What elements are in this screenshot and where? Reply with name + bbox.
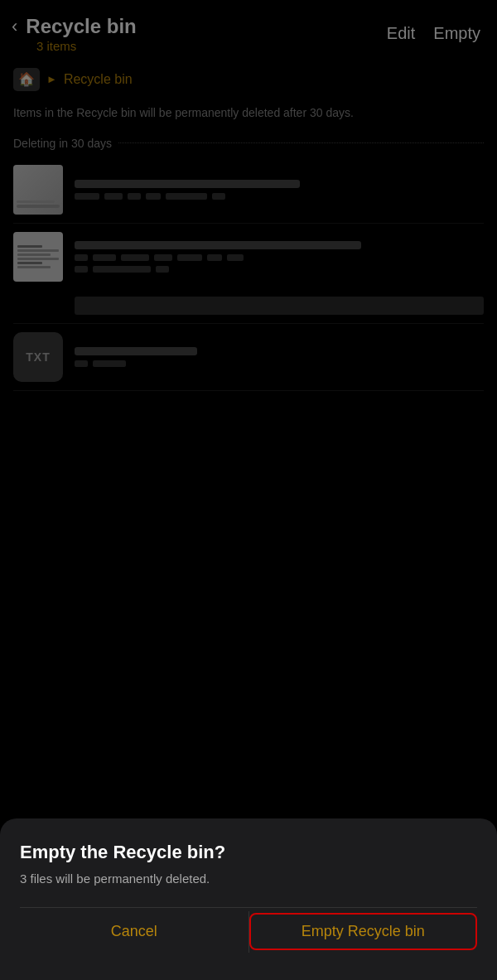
bottom-sheet-dialog: Empty the Recycle bin? 3 files will be p… [0,818,497,980]
confirm-wrapper: Empty Recycle bin [249,913,478,950]
dialog-title: Empty the Recycle bin? [20,842,477,863]
dialog-actions: Cancel Empty Recycle bin [20,908,477,955]
dialog-description: 3 files will be permanently deleted. [20,871,477,886]
empty-recycle-bin-button[interactable]: Empty Recycle bin [249,913,478,950]
cancel-button[interactable]: Cancel [20,908,248,955]
